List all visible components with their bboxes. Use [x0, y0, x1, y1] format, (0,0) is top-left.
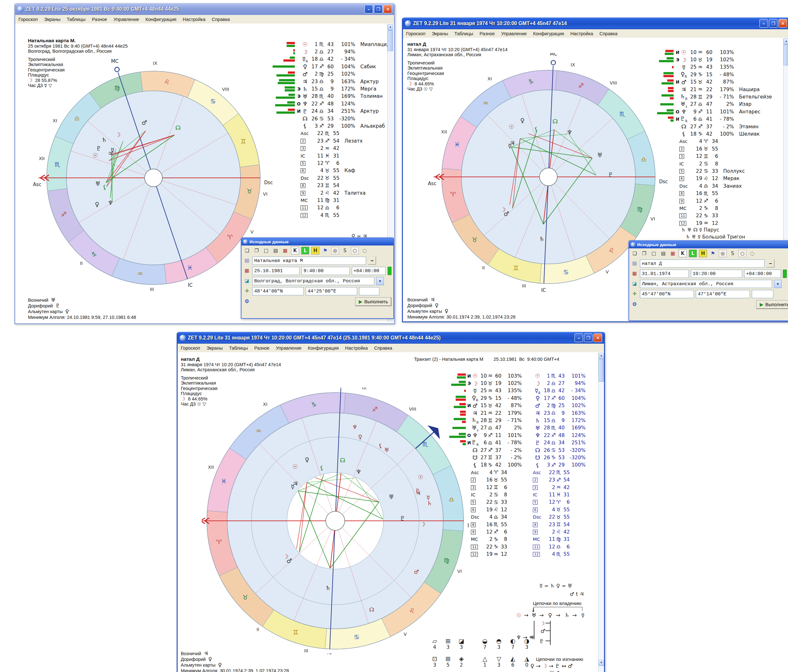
timezone-input[interactable]: +04:00:00 — [744, 269, 781, 278]
toolbar-icon-L[interactable]: L — [301, 247, 309, 254]
longitude-input[interactable]: 47°14'00"E — [696, 290, 750, 298]
scroll-up-icon[interactable]: ▲ — [783, 38, 788, 44]
menu-item-Экраны[interactable]: Экраны — [207, 346, 223, 350]
menu-item-Справка[interactable]: Справка — [374, 346, 392, 350]
toolbar-icon-L[interactable]: L — [689, 250, 697, 257]
menu-item-Управление[interactable]: Управление — [276, 346, 302, 350]
menu-item-Экраны[interactable]: Экраны — [432, 31, 448, 36]
menu-item-Настройка[interactable]: Настройка — [183, 17, 205, 22]
scroll-up-icon[interactable]: ▲ — [599, 353, 604, 359]
toolbar-icon-▤[interactable]: ▤ — [659, 250, 667, 257]
time-input[interactable]: 9:40:00 — [302, 267, 350, 275]
toolbar-icon-S[interactable]: S — [341, 247, 349, 254]
altitude-input[interactable] — [752, 290, 774, 298]
toolbar-icon-❐[interactable]: ❐ — [640, 250, 648, 257]
toolbar-icon-□[interactable]: □ — [262, 247, 270, 254]
chart-name-input[interactable]: натал Д — [640, 260, 764, 268]
menu-item-Гороскоп[interactable]: Гороскоп — [18, 17, 38, 22]
window-natal-m[interactable]: ZET 9.2.29 Lite 25 октября 1981 Вс 9:40:… — [14, 3, 395, 324]
maximize-button[interactable]: ❐ — [374, 5, 383, 13]
toolbar-icon-◎[interactable]: ◎ — [719, 250, 727, 257]
toolbar-icon-❐[interactable]: ❐ — [253, 247, 260, 254]
menu-item-Конфигурация[interactable]: Конфигурация — [308, 346, 339, 350]
scroll-up-icon[interactable]: ▲ — [388, 24, 393, 30]
menu-item-Разное[interactable]: Разное — [92, 17, 107, 22]
menu-item-Разное[interactable]: Разное — [254, 346, 269, 350]
run-button[interactable]: ▶ Выполнить — [756, 300, 788, 309]
menu-item-Конфигурация[interactable]: Конфигурация — [533, 31, 564, 36]
toolbar-icon-⚑[interactable]: ⚑ — [322, 247, 329, 254]
close-button[interactable]: ✕ — [778, 19, 787, 28]
toolbar-icon-◌[interactable]: ◌ — [748, 250, 756, 257]
titlebar[interactable]: ZET 9.2.29 Lite 31 января 1974 Чт 10:20:… — [403, 17, 788, 29]
maximize-button[interactable]: ❐ — [584, 333, 593, 342]
menu-item-Таблицы[interactable]: Таблицы — [67, 17, 86, 22]
run-button[interactable]: ▶ Выполнить — [355, 297, 391, 306]
minimize-button[interactable]: – — [364, 5, 373, 13]
chart-name-input[interactable]: Натальная карта М — [252, 257, 366, 265]
date-input[interactable]: 25.10.1981 — [252, 267, 300, 275]
toolbar-icon-○[interactable]: ○ — [739, 250, 747, 257]
toolbar-icon-K[interactable]: K — [291, 247, 299, 254]
window-natal-d[interactable]: ZET 9.2.29 Lite 31 января 1974 Чт 10:20:… — [402, 17, 788, 322]
timezone-input[interactable]: +04:00:00 — [352, 267, 386, 275]
toolbar-icon-○[interactable]: ○ — [351, 247, 359, 254]
menu-item-Гороскоп[interactable]: Гороскоп — [181, 346, 200, 350]
place-dropdown-icon[interactable]: ▼ — [774, 280, 782, 288]
altitude-input[interactable] — [359, 287, 380, 295]
menu-item-Конфигурация[interactable]: Конфигурация — [146, 17, 176, 22]
menu-item-Управление[interactable]: Управление — [113, 17, 139, 22]
vertical-scrollbar[interactable]: ▲ ▼ — [598, 353, 604, 672]
remove-button[interactable]: – — [766, 260, 775, 268]
scroll-down-icon[interactable]: ▼ — [599, 660, 604, 666]
scroll-thumb[interactable] — [783, 44, 788, 65]
toolbar-icon-▤[interactable]: ▤ — [272, 247, 279, 254]
menu-item-Экраны[interactable]: Экраны — [44, 17, 60, 22]
minimize-button[interactable]: – — [575, 333, 583, 342]
menu-item-Таблицы[interactable]: Таблицы — [454, 31, 473, 36]
scroll-thumb[interactable] — [599, 359, 604, 382]
source-data-dialog[interactable]: Исходные данные ❏❐□▤▦KLH⚑◎S○◌ ▤ натал Д … — [629, 241, 788, 321]
toolbar-icon-□[interactable]: □ — [650, 250, 658, 257]
close-button[interactable]: ✕ — [383, 5, 392, 13]
titlebar[interactable]: ZET 9.2.29 Lite 31 января 1974 Чт 10:20:… — [178, 332, 604, 344]
toolbar-icon-K[interactable]: K — [679, 250, 686, 257]
date-input[interactable]: 31.01.1974 — [640, 269, 689, 278]
now-button[interactable] — [388, 267, 391, 275]
toolbar-icon-H[interactable]: H — [311, 247, 319, 254]
now-button[interactable] — [783, 269, 787, 278]
menu-item-Справка[interactable]: Справка — [212, 17, 230, 22]
toolbar-icon-◎[interactable]: ◎ — [331, 247, 339, 254]
planet-icon: ♄R — [679, 93, 688, 101]
place-dropdown-icon[interactable]: ▼ — [376, 277, 384, 285]
menu-item-Управление[interactable]: Управление — [501, 31, 527, 36]
titlebar[interactable]: ZET 9.2.29 Lite 25 октября 1981 Вс 9:40:… — [15, 3, 394, 15]
toolbar-icon-H[interactable]: H — [699, 250, 707, 257]
latitude-input[interactable]: 45°47'00"N — [640, 290, 694, 298]
time-input[interactable]: 10:20:00 — [691, 269, 742, 278]
minimize-button[interactable]: – — [759, 19, 768, 28]
toolbar-icon-S[interactable]: S — [729, 250, 736, 257]
menu-item-Справка[interactable]: Справка — [600, 31, 618, 36]
place-input[interactable]: Лиман, Астраханская обл., Россия — [640, 280, 772, 288]
close-button[interactable]: ✕ — [594, 333, 602, 342]
toolbar-icon-⚑[interactable]: ⚑ — [709, 250, 717, 257]
toolbar-icon-▦[interactable]: ▦ — [281, 247, 289, 254]
remove-button[interactable]: – — [368, 257, 376, 265]
latitude-input[interactable]: 48°44'00"N — [252, 287, 304, 295]
menu-item-Настройка[interactable]: Настройка — [570, 31, 593, 36]
place-input[interactable]: Волгоград, Волгоградская обл., Россия — [252, 277, 374, 285]
toolbar-icon-❏[interactable]: ❏ — [631, 250, 638, 257]
toolbar-icon-◌[interactable]: ◌ — [361, 247, 368, 254]
menu-item-Разное[interactable]: Разное — [480, 31, 495, 36]
source-data-dialog[interactable]: Исходные данные ❏❐□▤▦KLH⚑◎S○◌ ▤ Натальна… — [241, 238, 394, 319]
menu-item-Гороскоп[interactable]: Гороскоп — [406, 31, 426, 36]
longitude-input[interactable]: 44°25'00"E — [306, 287, 357, 295]
window-transit[interactable]: ZET 9.2.29 Lite 31 января 1974 Чт 10:20:… — [177, 332, 605, 672]
menu-item-Таблицы[interactable]: Таблицы — [229, 346, 248, 350]
maximize-button[interactable]: ❐ — [769, 19, 777, 28]
menu-item-Настройка[interactable]: Настройка — [345, 346, 368, 350]
toolbar-icon-▦[interactable]: ▦ — [669, 250, 677, 257]
scroll-thumb[interactable] — [388, 30, 393, 51]
toolbar-icon-❏[interactable]: ❏ — [243, 247, 251, 254]
